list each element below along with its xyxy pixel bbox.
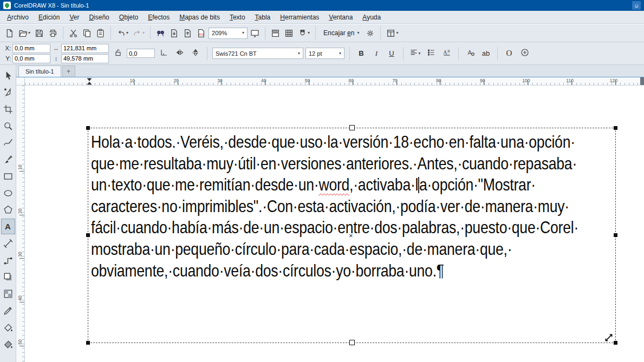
object-width-input[interactable] bbox=[61, 44, 109, 53]
font-family-combo[interactable]: Swis721 Cn BT ▾ bbox=[212, 48, 303, 59]
selection-handle-bottom-right[interactable] bbox=[614, 341, 617, 345]
save-button[interactable] bbox=[33, 26, 45, 40]
vertical-ruler[interactable]: 1020304050 bbox=[16, 85, 25, 362]
underline-button[interactable]: U bbox=[385, 47, 398, 60]
bulleted-list-button[interactable] bbox=[424, 47, 438, 60]
account-icon[interactable]: ☺ bbox=[632, 1, 641, 10]
show-grid-button[interactable] bbox=[283, 26, 295, 40]
ellipse-icon bbox=[3, 188, 13, 198]
ruler-corner[interactable] bbox=[16, 77, 25, 85]
text-line[interactable]: fácil·cuando·había·más·de·un·espacio·ent… bbox=[91, 217, 578, 239]
plus-circle-icon bbox=[521, 48, 529, 58]
text-tool[interactable]: A bbox=[1, 219, 15, 234]
new-document-tab-button[interactable]: + bbox=[62, 65, 75, 77]
rotation-angle-input[interactable] bbox=[127, 49, 155, 58]
artistic-media-tool[interactable] bbox=[1, 152, 15, 167]
copy-button[interactable] bbox=[81, 26, 93, 40]
new-document-button[interactable] bbox=[3, 26, 16, 40]
smart-fill-tool[interactable] bbox=[1, 336, 15, 352]
drop-cap-button[interactable]: A bbox=[440, 47, 453, 60]
menu-ayuda[interactable]: Ayuda bbox=[357, 12, 386, 23]
window-layout-button[interactable]: ▾ bbox=[385, 26, 400, 40]
menu-objeto[interactable]: Objeto bbox=[114, 12, 143, 23]
menu-mapas-de-bits[interactable]: Mapas de bits bbox=[174, 12, 225, 23]
drawing-canvas[interactable]: Hola·a·todos.·Veréis,·desde·que·uso·la·v… bbox=[25, 85, 644, 362]
selection-handle-middle-right[interactable] bbox=[614, 233, 617, 237]
redo-button[interactable]: ▾ bbox=[131, 26, 146, 40]
snap-to-button[interactable]: ▾ bbox=[296, 26, 311, 40]
import-button[interactable] bbox=[168, 26, 180, 40]
fullscreen-preview-button[interactable] bbox=[249, 26, 261, 40]
bold-button[interactable]: B bbox=[355, 47, 368, 60]
selection-handle-top-right[interactable] bbox=[614, 126, 617, 130]
interactive-fill-tool[interactable] bbox=[1, 319, 15, 335]
options-button[interactable] bbox=[364, 26, 376, 40]
publish-pdf-button[interactable]: PDF bbox=[195, 26, 207, 40]
text-line[interactable]: mostraba·un·pequeño·círculo·para·cada·es… bbox=[91, 239, 578, 260]
edit-text-button[interactable]: ab bbox=[479, 47, 492, 60]
selection-handle-top-left[interactable] bbox=[86, 126, 90, 130]
search-replace-button[interactable] bbox=[154, 26, 167, 40]
text-line[interactable]: que·me·resultaba·muy·útil·en·versiones·a… bbox=[91, 153, 578, 175]
quick-customize-button[interactable] bbox=[518, 47, 531, 60]
crop-tool[interactable] bbox=[1, 101, 15, 117]
menu-efectos[interactable]: Efectos bbox=[143, 12, 174, 23]
mirror-vertical-button[interactable] bbox=[188, 47, 202, 60]
menu-herramientas[interactable]: Herramientas bbox=[275, 12, 324, 23]
fit-to-combo[interactable]: Encajar en▾ bbox=[320, 29, 363, 37]
menu-tabla[interactable]: Tabla bbox=[250, 12, 276, 23]
cut-button[interactable] bbox=[67, 26, 80, 40]
x-position-input[interactable] bbox=[12, 44, 50, 53]
lock-open-icon bbox=[114, 48, 122, 57]
export-button[interactable] bbox=[181, 26, 194, 40]
color-eyedropper-tool[interactable] bbox=[1, 302, 15, 318]
connector-tool[interactable] bbox=[1, 252, 15, 268]
document-tab[interactable]: Sin título-1 bbox=[18, 65, 61, 77]
text-alignment-button[interactable]: ▾ bbox=[408, 47, 422, 60]
menu-archivo[interactable]: Archivo bbox=[2, 12, 34, 23]
polygon-tool[interactable] bbox=[1, 202, 15, 218]
lock-ratio-button[interactable] bbox=[111, 47, 125, 60]
text-line[interactable]: Hola·a·todos.·Veréis,·desde·que·uso·la·v… bbox=[91, 131, 578, 153]
y-position-input[interactable] bbox=[12, 54, 50, 63]
text-line[interactable]: obviamente,·cuando·veía·dos·círculos·yo·… bbox=[91, 260, 578, 282]
paste-button[interactable] bbox=[94, 26, 107, 40]
horizontal-ruler[interactable]: 102030405060708090100110120 bbox=[25, 77, 644, 85]
menu-edición[interactable]: Edición bbox=[34, 12, 64, 23]
parallel-dimension-tool[interactable] bbox=[1, 235, 15, 251]
rectangle-tool[interactable] bbox=[1, 168, 15, 184]
chevron-down-icon: ▾ bbox=[28, 31, 30, 35]
selection-center-mark[interactable]: × bbox=[349, 232, 353, 239]
selection-handle-middle-left[interactable] bbox=[86, 233, 90, 237]
zoom-level-combo[interactable]: 209%▾ bbox=[209, 28, 248, 39]
character-formatting-button[interactable]: A bbox=[464, 47, 477, 60]
zoom-tool[interactable] bbox=[1, 118, 15, 134]
undo-button[interactable]: ▾ bbox=[115, 26, 130, 40]
print-button[interactable] bbox=[47, 26, 59, 40]
outline-button[interactable]: O bbox=[503, 47, 516, 60]
ellipse-tool[interactable] bbox=[1, 185, 15, 201]
open-button[interactable]: ▾ bbox=[17, 26, 32, 40]
selection-handle-bottom-left[interactable] bbox=[86, 341, 90, 345]
shape-tool[interactable] bbox=[1, 84, 15, 100]
show-rulers-button[interactable] bbox=[269, 26, 282, 40]
menu-ventana[interactable]: Ventana bbox=[324, 12, 357, 23]
text-line[interactable]: un·texto·que·me·remitían·desde·un·word,·… bbox=[91, 174, 578, 196]
angle-button[interactable] bbox=[157, 47, 171, 60]
menu-ver[interactable]: Ver bbox=[64, 12, 84, 23]
paragraph-text-frame[interactable]: Hola·a·todos.·Veréis,·desde·que·uso·la·v… bbox=[88, 128, 616, 343]
text-flow-tab-bottom[interactable] bbox=[349, 340, 355, 345]
italic-button[interactable]: I bbox=[370, 47, 383, 60]
text-line[interactable]: caracteres·no·imprimibles".·Con·esta·act… bbox=[91, 196, 578, 218]
text-flow-tab-top[interactable] bbox=[349, 125, 355, 130]
menu-texto[interactable]: Texto bbox=[225, 12, 250, 23]
mirror-horizontal-button[interactable] bbox=[173, 47, 186, 60]
drop-shadow-tool[interactable] bbox=[1, 269, 15, 285]
object-height-input[interactable] bbox=[61, 54, 109, 63]
font-size-combo[interactable]: 12 pt ▾ bbox=[305, 48, 344, 59]
menu-diseño[interactable]: Diseño bbox=[84, 12, 114, 23]
pick-tool[interactable] bbox=[1, 68, 15, 83]
transparency-tool[interactable] bbox=[1, 286, 15, 301]
freehand-tool[interactable] bbox=[1, 135, 15, 150]
ruler-origin-marker[interactable] bbox=[87, 78, 92, 85]
